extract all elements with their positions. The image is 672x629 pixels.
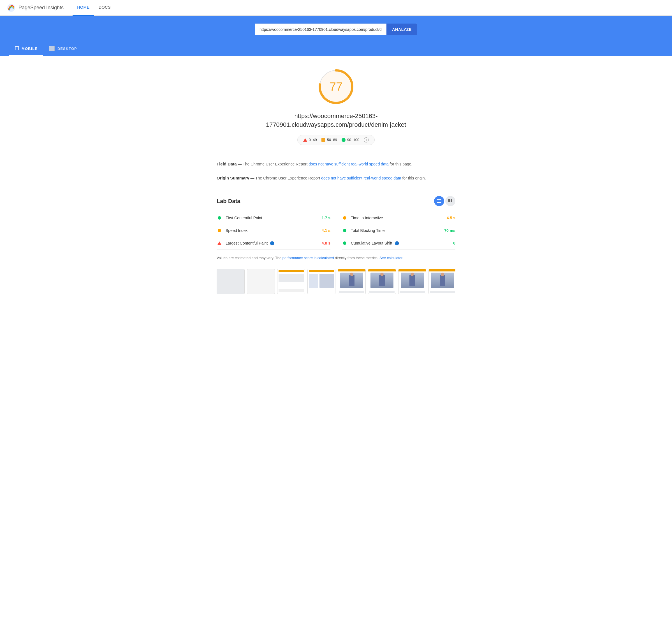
list-view-icon <box>437 200 441 203</box>
metrics-left: First Contentful Paint 1.7 s Speed Index… <box>217 212 336 250</box>
footer-text-1: Values are estimated and may vary. The <box>217 256 283 260</box>
lcp-name: Largest Contentful Paint 🔵 <box>225 241 314 246</box>
svg-rect-3 <box>437 200 441 200</box>
field-data-title: Field Data <box>217 162 237 166</box>
tti-value: 4.5 s <box>438 216 455 220</box>
divider-1 <box>217 154 455 154</box>
lcp-bookmark-icon: 🔵 <box>270 241 274 246</box>
filmstrip-frame-5 <box>338 269 366 294</box>
svg-rect-10 <box>448 201 450 202</box>
lcp-indicator <box>217 241 222 245</box>
filmstrip-frame-6 <box>368 269 396 294</box>
fcp-indicator <box>217 216 222 219</box>
fcp-name: First Contentful Paint <box>225 216 314 220</box>
filmstrip-frame-8 <box>429 269 455 294</box>
app-title: PageSpeed Insights <box>19 5 64 11</box>
tti-dot <box>343 216 346 219</box>
mobile-icon: ☐ <box>15 45 19 52</box>
fcp-value: 1.7 s <box>314 216 330 220</box>
score-section: 77 https://woocommerce-250163-1770901.cl… <box>217 67 455 145</box>
field-data-text2: for this page. <box>389 162 412 166</box>
analyzed-url: https://woocommerce-250163-1770901.cloud… <box>252 112 420 129</box>
origin-summary-section: Origin Summary — The Chrome User Experie… <box>217 175 455 181</box>
si-value: 4.1 s <box>314 228 330 233</box>
performance-score-link[interactable]: performance score is calculated <box>283 256 334 260</box>
mobile-tab-label: MOBILE <box>22 47 38 51</box>
pagespeed-logo-icon <box>7 3 16 12</box>
score-value: 77 <box>330 80 343 93</box>
si-dot <box>218 229 221 232</box>
si-indicator <box>217 229 222 232</box>
fcp-dot <box>218 216 221 219</box>
poor-range: 0–49 <box>309 138 317 142</box>
metrics-right: Time to Interactive 4.5 s Total Blocking… <box>336 212 455 250</box>
header: PageSpeed Insights HOME DOCS <box>0 0 672 16</box>
lab-data-section: Lab Data <box>217 196 455 250</box>
filmstrip-frame-3 <box>277 269 305 294</box>
cls-name: Cumulative Layout Shift 🔵 <box>351 241 438 246</box>
search-wrapper: https://woocommerce-250163-1770901.cloud… <box>255 24 417 35</box>
tbt-name: Total Blocking Time <box>351 228 438 233</box>
legend-average: 50–89 <box>321 138 337 142</box>
banner: https://woocommerce-250163-1770901.cloud… <box>0 16 672 56</box>
field-data-text: — The Chrome User Experience Report <box>238 162 309 166</box>
logo: PageSpeed Insights <box>7 3 64 12</box>
footer-note: Values are estimated and may vary. The p… <box>217 255 455 261</box>
tbt-dot <box>343 229 346 232</box>
filmstrip-frame-2 <box>247 269 275 294</box>
nav-docs[interactable]: DOCS <box>94 0 115 16</box>
svg-rect-5 <box>437 202 441 203</box>
metric-cls: Cumulative Layout Shift 🔵 0 <box>342 237 455 250</box>
url-search-input[interactable]: https://woocommerce-250163-1770901.cloud… <box>255 24 386 35</box>
analyze-button[interactable]: ANALYZE <box>386 24 417 35</box>
footer-text-2: directly from these metrics. <box>335 256 379 260</box>
average-indicator <box>321 138 325 142</box>
svg-rect-4 <box>437 201 441 201</box>
svg-rect-9 <box>451 200 452 201</box>
nav-home[interactable]: HOME <box>73 0 94 16</box>
cls-dot <box>343 241 346 245</box>
field-data-link[interactable]: does not have sufficient real-world spee… <box>309 162 388 166</box>
svg-rect-6 <box>448 199 450 200</box>
metric-tti: Time to Interactive 4.5 s <box>342 212 455 224</box>
main-content: 77 https://woocommerce-250163-1770901.cl… <box>210 56 462 308</box>
tti-name: Time to Interactive <box>351 216 438 220</box>
tbt-indicator <box>342 229 347 232</box>
metric-lcp: Largest Contentful Paint 🔵 4.8 s <box>217 237 330 250</box>
grid-view-icon <box>448 199 452 203</box>
toggle-list-view[interactable] <box>434 196 444 206</box>
calculator-link[interactable]: See calculator. <box>379 256 403 260</box>
lcp-triangle <box>217 241 221 245</box>
legend-good: 90–100 <box>342 138 359 142</box>
origin-summary-text: — The Chrome User Experience Report <box>250 176 321 180</box>
average-range: 50–89 <box>327 138 337 142</box>
legend-info-button[interactable]: i <box>364 137 369 142</box>
origin-summary-link[interactable]: does not have sufficient real-world spee… <box>321 176 401 180</box>
field-data-section: Field Data — The Chrome User Experience … <box>217 161 455 167</box>
score-circle: 77 <box>316 67 356 106</box>
filmstrip-frame-4 <box>307 269 335 294</box>
cls-indicator <box>342 241 347 245</box>
mobile-tab[interactable]: ☐ MOBILE <box>9 42 43 56</box>
cls-value: 0 <box>438 241 455 246</box>
device-tabs: ☐ MOBILE ⬜ DESKTOP <box>0 42 672 56</box>
metric-si: Speed Index 4.1 s <box>217 224 330 237</box>
view-toggle <box>434 196 455 206</box>
toggle-grid-view[interactable] <box>445 196 455 206</box>
poor-indicator <box>303 138 307 142</box>
score-legend: 0–49 50–89 90–100 i <box>297 135 375 145</box>
desktop-tab[interactable]: ⬜ DESKTOP <box>43 42 83 56</box>
filmstrip <box>217 269 455 297</box>
filmstrip-frame-7 <box>398 269 426 294</box>
metric-tbt: Total Blocking Time 70 ms <box>342 224 455 237</box>
metric-fcp: First Contentful Paint 1.7 s <box>217 212 330 224</box>
good-range: 90–100 <box>347 138 359 142</box>
good-indicator <box>342 138 345 142</box>
divider-2 <box>217 189 455 189</box>
svg-rect-11 <box>451 201 452 202</box>
main-nav: HOME DOCS <box>73 0 115 16</box>
svg-rect-7 <box>451 199 452 200</box>
lab-data-title: Lab Data <box>217 198 240 205</box>
si-name: Speed Index <box>225 228 314 233</box>
tbt-value: 70 ms <box>438 228 455 233</box>
